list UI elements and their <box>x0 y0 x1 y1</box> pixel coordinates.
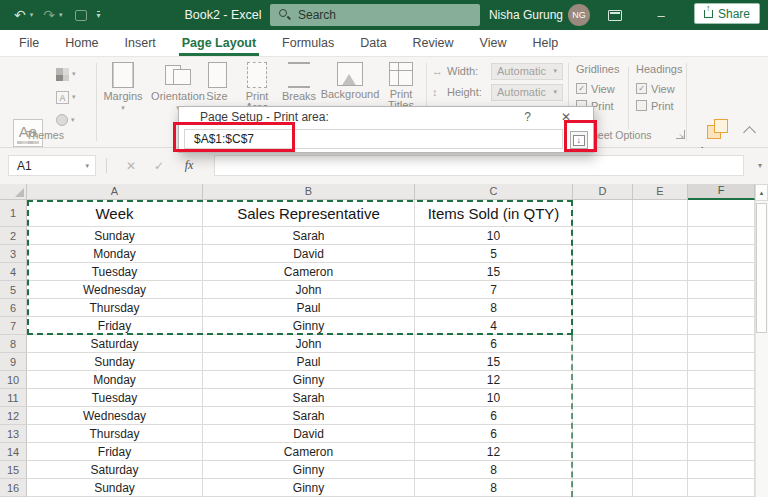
cell-A14[interactable]: Friday <box>27 443 203 461</box>
margins-button[interactable]: Margins ▾ <box>102 62 144 112</box>
sheet-options-dialog-launcher-icon[interactable] <box>676 130 685 139</box>
orientation-button[interactable]: Orientation ▾ <box>150 62 206 112</box>
cell-E1[interactable] <box>633 200 688 227</box>
cell-F1[interactable] <box>688 200 755 227</box>
save-icon[interactable] <box>75 10 87 21</box>
cell-B4[interactable]: Cameron <box>203 263 415 281</box>
cell-F2[interactable] <box>688 227 755 245</box>
tab-view[interactable]: View <box>467 30 520 56</box>
cell-F10[interactable] <box>688 371 755 389</box>
cell-F14[interactable] <box>688 443 755 461</box>
tab-insert[interactable]: Insert <box>112 30 169 56</box>
tab-home[interactable]: Home <box>52 30 111 56</box>
height-dropdown[interactable]: Automatic ▾ <box>491 84 563 101</box>
headings-view-option[interactable]: ✓ View <box>636 80 686 97</box>
cell-B11[interactable]: Sarah <box>203 389 415 407</box>
cell-B6[interactable]: Paul <box>203 299 415 317</box>
cell-A5[interactable]: Wednesday <box>27 281 203 299</box>
row-header-8[interactable]: 8 <box>0 335 27 353</box>
cell-F8[interactable] <box>688 335 755 353</box>
cell-B12[interactable]: Sarah <box>203 407 415 425</box>
formula-input[interactable] <box>214 155 744 176</box>
cell-B2[interactable]: Sarah <box>203 227 415 245</box>
row-header-12[interactable]: 12 <box>0 407 27 425</box>
select-all-corner[interactable] <box>0 184 27 200</box>
cell-A6[interactable]: Thursday <box>27 299 203 317</box>
cell-F15[interactable] <box>688 461 755 479</box>
cell-B9[interactable]: Paul <box>203 353 415 371</box>
column-header-B[interactable]: B <box>203 184 415 200</box>
cell-D2[interactable] <box>573 227 633 245</box>
cell-B16[interactable]: Ginny <box>203 479 415 497</box>
cell-D6[interactable] <box>573 299 633 317</box>
search-input[interactable]: Search <box>270 4 480 26</box>
cell-E7[interactable] <box>633 317 688 335</box>
cell-B5[interactable]: John <box>203 281 415 299</box>
share-button[interactable]: Share <box>694 3 760 24</box>
cell-C5[interactable]: 7 <box>415 281 573 299</box>
insert-function-icon[interactable]: fx <box>176 155 202 176</box>
cell-F7[interactable] <box>688 317 755 335</box>
cell-E5[interactable] <box>633 281 688 299</box>
row-header-15[interactable]: 15 <box>0 461 27 479</box>
row-header-13[interactable]: 13 <box>0 425 27 443</box>
background-button[interactable]: Background <box>322 62 378 100</box>
cell-D1[interactable] <box>573 200 633 227</box>
cell-F5[interactable] <box>688 281 755 299</box>
cell-D3[interactable] <box>573 245 633 263</box>
cell-A4[interactable]: Tuesday <box>27 263 203 281</box>
cell-E6[interactable] <box>633 299 688 317</box>
cell-D15[interactable] <box>573 461 633 479</box>
row-header-1[interactable]: 1 <box>0 200 27 227</box>
cell-C8[interactable]: 6 <box>415 335 573 353</box>
cell-C16[interactable]: 8 <box>415 479 573 497</box>
width-dropdown[interactable]: Automatic ▾ <box>491 63 563 80</box>
cell-D5[interactable] <box>573 281 633 299</box>
theme-effects-button[interactable]: ▾ <box>56 111 86 129</box>
row-header-11[interactable]: 11 <box>0 389 27 407</box>
cell-A16[interactable]: Sunday <box>27 479 203 497</box>
cell-C13[interactable]: 6 <box>415 425 573 443</box>
cell-A15[interactable]: Saturday <box>27 461 203 479</box>
row-header-7[interactable]: 7 <box>0 317 27 335</box>
cell-A3[interactable]: Monday <box>27 245 203 263</box>
cell-A11[interactable]: Tuesday <box>27 389 203 407</box>
cell-B13[interactable]: David <box>203 425 415 443</box>
cell-E12[interactable] <box>633 407 688 425</box>
cell-B15[interactable]: Ginny <box>203 461 415 479</box>
cell-D10[interactable] <box>573 371 633 389</box>
scroll-up-icon[interactable]: ▲ <box>755 184 768 201</box>
cell-E9[interactable] <box>633 353 688 371</box>
cell-E13[interactable] <box>633 425 688 443</box>
cell-F4[interactable] <box>688 263 755 281</box>
cell-F16[interactable] <box>688 479 755 497</box>
cell-C9[interactable]: 15 <box>415 353 573 371</box>
ribbon-display-options-icon[interactable] <box>600 0 630 30</box>
tab-formulas[interactable]: Formulas <box>269 30 347 56</box>
cell-E3[interactable] <box>633 245 688 263</box>
redo-dropdown-icon[interactable]: ▾ <box>59 11 63 19</box>
tab-help[interactable]: Help <box>519 30 571 56</box>
size-button[interactable]: Size ▾ <box>200 62 234 112</box>
tab-file[interactable]: File <box>6 30 52 56</box>
cell-A7[interactable]: Friday <box>27 317 203 335</box>
column-header-A[interactable]: A <box>27 184 203 200</box>
expand-formula-bar-icon[interactable]: ▾ <box>758 161 762 170</box>
tab-page-layout[interactable]: Page Layout <box>169 30 269 56</box>
user-name[interactable]: Nisha Gurung <box>489 0 563 30</box>
dialog-help-button[interactable]: ? <box>524 110 531 124</box>
tab-data[interactable]: Data <box>347 30 399 56</box>
redo-icon[interactable]: ↷ <box>43 0 55 30</box>
cell-D11[interactable] <box>573 389 633 407</box>
enter-icon[interactable]: ✓ <box>146 155 172 176</box>
cell-F11[interactable] <box>688 389 755 407</box>
cell-D7[interactable] <box>573 317 633 335</box>
cell-A9[interactable]: Sunday <box>27 353 203 371</box>
cell-A1[interactable]: Week <box>27 200 203 227</box>
cell-C2[interactable]: 10 <box>415 227 573 245</box>
theme-colors-button[interactable]: ▾ <box>56 65 86 83</box>
cell-E16[interactable] <box>633 479 688 497</box>
row-header-9[interactable]: 9 <box>0 353 27 371</box>
cell-E15[interactable] <box>633 461 688 479</box>
cell-D12[interactable] <box>573 407 633 425</box>
